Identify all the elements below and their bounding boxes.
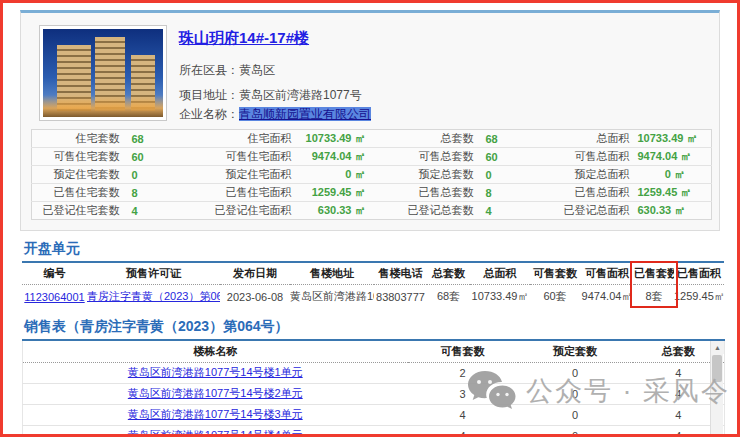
reserved-count: 0 [518,404,633,425]
sales-table-wrap: 楼栋名称 可售套数 预定套数 总套数 黄岛区前湾港路1077号14号楼1单元 2… [22,339,724,437]
stat-value: 630.33 ㎡ [296,202,392,220]
stat-label: 已售住宅面积 [184,184,296,202]
property-photo[interactable] [39,25,167,121]
building-link[interactable]: 黄岛区前湾港路1077号14号楼3单元 [128,408,303,420]
reserved-count: 0 [518,362,633,383]
col-building-name: 楼栋名称 [23,340,408,362]
stat-value: 60 [478,148,538,166]
company-label: 企业名称： [179,107,239,121]
sales-address: 黄岛区前湾港路1077号 [290,284,374,309]
col-sold-area: 已售面积 [674,262,724,284]
property-card: 珠山玥府14#-17#楼 所在区县：黄岛区 项目地址：黄岛区前湾港路1077号 … [20,10,720,231]
address-label: 项目地址： [179,88,239,102]
open-units-section-title: 开盘单元 [24,240,737,258]
stat-value: 1259.45 ㎡ [296,184,392,202]
stat-value: 60 [124,148,184,166]
col-date: 发布日期 [220,262,290,284]
stat-label: 已售总面积 [538,184,634,202]
stat-label: 已售住宅套数 [32,184,124,202]
col-phone: 售楼电话 [374,262,427,284]
building-link[interactable]: 黄岛区前湾港路1077号14号楼1单元 [128,366,303,378]
stat-label: 已登记总套数 [392,202,478,220]
license-link[interactable]: 青房注字青黄（2023）第064号 [87,290,220,302]
col-total-area: 总面积 [470,262,530,284]
stat-value: 0 ㎡ [634,166,712,184]
stat-label: 可售住宅套数 [32,148,124,166]
stat-label: 住宅套数 [32,130,124,148]
stat-label: 可售总面积 [538,148,634,166]
sales-row: 黄岛区前湾港路1077号14号楼2单元 3 0 4 [23,383,725,404]
stat-value: 630.33 ㎡ [634,202,712,220]
stat-value: 9474.04 ㎡ [634,148,712,166]
address-value: 黄岛区前湾港路1077号 [239,88,362,102]
scrollbar[interactable]: ▲ ▼ [710,341,723,437]
col-license: 预售许可证 [87,262,220,284]
stat-label: 住宅面积 [184,130,296,148]
total-area-value: 10733.49㎡ [470,284,530,309]
stat-value: 10733.49 ㎡ [296,130,392,148]
scrollbar-thumb[interactable] [712,355,722,382]
stat-label: 已售总套数 [392,184,478,202]
col-avail-area: 可售面积 [580,262,634,284]
total-units-value: 68套 [427,284,470,309]
stat-label: 预定总套数 [392,166,478,184]
stats-row: 可售住宅套数60 可售住宅面积9474.04 ㎡ 可售总套数60 可售总面积94… [32,148,712,166]
stat-value: 68 [124,130,184,148]
sold-area-value: 1259.45㎡ [674,284,724,309]
district-value: 黄岛区 [239,63,275,77]
sales-phone: 83803777 [374,284,427,309]
stat-label: 已登记总面积 [538,202,634,220]
col-reserved: 预定套数 [518,340,633,362]
building-link[interactable]: 黄岛区前湾港路1077号14号楼2单元 [128,387,303,399]
company-link[interactable]: 青岛顺新园置业有限公司 [239,107,371,121]
stat-value: 4 [478,202,538,220]
sales-header-row: 楼栋名称 可售套数 预定套数 总套数 [23,340,725,362]
reserved-count: 0 [518,425,633,437]
building-photo-image [43,29,163,117]
sales-row: 黄岛区前湾港路1077号14号楼3单元 4 0 4 [23,404,725,425]
stats-row: 已登记住宅套数4 已登记住宅面积630.33 ㎡ 已登记总套数4 已登记总面积6… [32,202,712,220]
stat-label: 总面积 [538,130,634,148]
stat-value: 0 ㎡ [296,166,392,184]
reserved-count: 0 [518,383,633,404]
stat-label: 已登记住宅套数 [32,202,124,220]
sales-row: 黄岛区前湾港路1077号14号楼4单元 4 0 4 [23,425,725,437]
available-count: 3 [408,383,518,404]
open-units-table-wrap: 编号 预售许可证 发布日期 售楼地址 售楼电话 总套数 总面积 可售套数 可售面… [22,261,724,309]
stat-value: 68 [478,130,538,148]
open-units-data-row: 1123064001 青房注字青黄（2023）第064号 2023-06-08 … [22,284,724,309]
stat-value: 8 [478,184,538,202]
stats-row: 预定住宅套数0 预定住宅面积0 ㎡ 预定总套数0 预定总面积0 ㎡ [32,166,712,184]
col-id: 编号 [22,262,87,284]
district-label: 所在区县： [179,63,239,77]
col-sold-units: 已售套数 [634,262,674,284]
open-units-table: 编号 预售许可证 发布日期 售楼地址 售楼电话 总套数 总面积 可售套数 可售面… [22,261,724,309]
company-line: 企业名称：青岛顺新园置业有限公司 [179,106,699,123]
building-base-lights [43,95,163,117]
stat-value: 0 [124,166,184,184]
stat-value: 8 [124,184,184,202]
sales-section-title: 销售表（青房注字青黄（2023）第064号） [24,318,737,336]
stat-value: 1259.45 ㎡ [634,184,712,202]
unit-id-link[interactable]: 1123064001 [24,291,84,303]
publish-date: 2023-06-08 [220,284,290,309]
col-total-units: 总套数 [427,262,470,284]
col-available: 可售套数 [408,340,518,362]
stats-table: 住宅套数68 住宅面积10733.49 ㎡ 总套数68 总面积10733.49 … [31,129,712,220]
stat-label: 可售住宅面积 [184,148,296,166]
stat-label: 总套数 [392,130,478,148]
stat-label: 可售总套数 [392,148,478,166]
open-units-header-row: 编号 预售许可证 发布日期 售楼地址 售楼电话 总套数 总面积 可售套数 可售面… [22,262,724,284]
stat-value: 4 [124,202,184,220]
avail-area-value: 9474.04㎡ [580,284,634,309]
stats-row: 住宅套数68 住宅面积10733.49 ㎡ 总套数68 总面积10733.49 … [32,130,712,148]
stat-value: 10733.49 ㎡ [634,130,712,148]
stat-label: 预定总面积 [538,166,634,184]
property-title-link[interactable]: 珠山玥府14#-17#楼 [179,29,309,48]
available-count: 2 [408,362,518,383]
stat-value: 0 [478,166,538,184]
stat-label: 预定住宅套数 [32,166,124,184]
building-link[interactable]: 黄岛区前湾港路1077号14号楼4单元 [128,429,303,437]
scroll-up-icon[interactable]: ▲ [711,341,724,354]
sold-units-value: 8套 [634,284,674,309]
